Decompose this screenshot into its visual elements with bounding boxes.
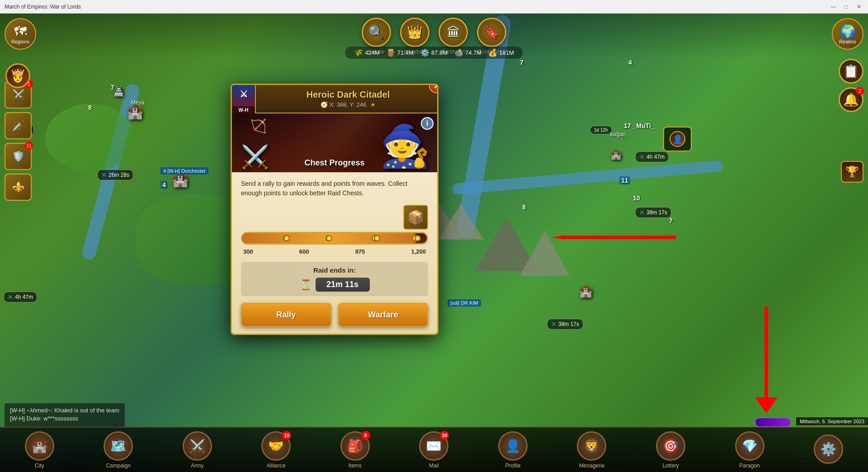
close-button[interactable]: ✕ xyxy=(854,2,863,11)
shield-icon: 🛡️ xyxy=(12,151,24,162)
castle-right-1[interactable]: 🏰 xyxy=(579,285,593,298)
minimize-button[interactable]: — xyxy=(829,2,838,11)
timer-38m17s: ✕ 38m 17s xyxy=(547,319,583,330)
regions-icon: 🗺 xyxy=(14,24,27,39)
alliance-icon: 🤝 10 xyxy=(261,431,291,461)
right-btn-2[interactable]: 🔔 2 xyxy=(839,87,863,112)
left-arrow-annotation xyxy=(439,235,676,240)
kagan-avatar: 👤 xyxy=(670,131,685,147)
chat-line-1: [W-H] ~λhmed~: Khaled is out of the team xyxy=(10,407,119,414)
modal-title-area: Heroic Dark Citadel 🧭 X: 368, Y: 246 ★ xyxy=(239,90,430,108)
window-controls[interactable]: — □ ✕ xyxy=(829,2,863,11)
army-icon: ⚔️ xyxy=(183,431,212,461)
profile-label: Profile xyxy=(505,463,520,469)
favorite-star[interactable]: ★ xyxy=(370,101,376,108)
map-label-drkm: [sdl] DR KIM xyxy=(448,299,481,307)
spear-icon: 🏹 xyxy=(250,118,267,134)
nav-city[interactable]: 🏰 City xyxy=(25,431,54,469)
rally-button[interactable]: Rally xyxy=(241,303,331,327)
nav-mail[interactable]: ✉️ 30 Mail xyxy=(419,431,448,469)
alliance-badge: 10 xyxy=(282,431,291,440)
stone-icon: 🪨 xyxy=(454,48,463,57)
items-label: Items xyxy=(349,463,362,469)
label-600: 600 xyxy=(299,248,309,255)
info-button[interactable]: i xyxy=(421,117,434,130)
modal-buttons: Rally Warfare xyxy=(241,303,428,327)
timer-display: 21m 11s xyxy=(316,278,370,292)
down-arrow-annotation xyxy=(755,307,778,413)
mail-badge: 30 xyxy=(440,431,449,440)
raid-ends-label: Raid ends in: xyxy=(245,266,424,274)
chest-icon: 📦 xyxy=(403,205,428,230)
label-1200: 1,200 xyxy=(411,248,426,255)
profile-icon: 👤 xyxy=(498,431,528,461)
nav-profile[interactable]: 👤 Profile xyxy=(498,431,528,469)
iron-icon: ⚙️ xyxy=(420,48,429,57)
lottery-icon: 🎯 xyxy=(656,431,685,461)
paragon-progress xyxy=(755,418,791,427)
chat-area: [W-H] ~λhmed~: Khaled is out of the team… xyxy=(5,403,125,427)
timer-4h47m: ✕ 4h 47m xyxy=(635,151,669,162)
date-display: Mittwoch, 6. September 2023 xyxy=(796,417,868,425)
nav-campaign[interactable]: 🗺️ Campaign xyxy=(104,431,133,469)
regions-button[interactable]: 🗺 Regions xyxy=(5,18,36,50)
citadel-modal[interactable]: ⚔ W-H Heroic Dark Citadel 🧭 X: 368, Y: 2… xyxy=(231,84,439,335)
warfare-button[interactable]: Warfare xyxy=(338,303,429,327)
label-975: 975 xyxy=(355,248,365,255)
castle-right-2[interactable]: 🏰 xyxy=(610,149,622,160)
timer-4h25m: ✕ 4h 47m xyxy=(4,292,37,302)
stone-value: 74.7M xyxy=(465,49,481,56)
left-btn-troops[interactable]: 🗡️ xyxy=(5,112,32,139)
modal-coords: 🧭 X: 368, Y: 246 ★ xyxy=(266,101,430,108)
campaign-label: Campaign xyxy=(106,463,131,469)
right-btn-1[interactable]: 📋 xyxy=(839,59,863,84)
kagan-bubble: 👤 xyxy=(663,127,692,151)
nav-menagerie[interactable]: 🦁 Menagerie xyxy=(577,431,606,469)
stone-resource: 🪨 74.7M xyxy=(454,48,481,57)
gold-resource: 💰 181M xyxy=(488,48,514,57)
nav-items[interactable]: 🎒 8 Items xyxy=(340,431,370,469)
nav-lottery[interactable]: 🎯 Lottery xyxy=(656,431,685,469)
nav-alliance[interactable]: 🤝 10 Alliance xyxy=(261,431,291,469)
gold-value: 181M xyxy=(499,49,514,56)
nav-settings[interactable]: ⚙️ xyxy=(814,434,843,466)
pantheon-icon: 🏛 xyxy=(439,18,468,47)
right-panel: 📋 🔔 2 🏆 xyxy=(839,59,863,183)
restore-button[interactable]: □ xyxy=(842,2,851,11)
regions-label: Regions xyxy=(11,39,29,44)
food-resource: 🌾 424M xyxy=(354,48,380,57)
flag-tag: W-H xyxy=(232,106,255,113)
map-label-meya: Meya xyxy=(131,99,144,106)
army-label: Army xyxy=(191,463,203,469)
wood-value: 71.4M xyxy=(397,49,414,56)
iron-resource: ⚙️ 87.8M xyxy=(420,48,448,57)
map-number-7-top: 7 xyxy=(520,59,524,66)
castle-small-1: 🏯 xyxy=(113,86,124,97)
chest-progress-label: Chest Progress xyxy=(304,158,364,168)
castle-meya[interactable]: 🏰 xyxy=(127,104,143,120)
resource-bar: 🌾 424M 🪵 71.4M ⚙️ 87.8M 🪨 74.7M 💰 181M xyxy=(345,47,523,59)
items-badge: 8 xyxy=(361,431,370,440)
map-number-7-right: 7 xyxy=(669,217,673,224)
player-avatar[interactable]: 👸 xyxy=(5,63,30,88)
nav-paragon[interactable]: 💎 Paragon xyxy=(735,431,764,469)
realms-label: Realms xyxy=(839,39,856,44)
left-btn-shield[interactable]: 🛡️ 11 xyxy=(5,143,32,170)
notif-badge: 2 xyxy=(856,87,864,95)
knight-image: 🧙 xyxy=(380,123,430,170)
right-event-box[interactable]: 🏆 xyxy=(841,161,863,183)
label-300: 300 xyxy=(243,248,253,255)
hourglass-icon: ⏳ xyxy=(300,279,312,291)
alliance-label: Alliance xyxy=(267,463,286,469)
mail-label: Mail xyxy=(429,463,439,469)
nav-army[interactable]: ⚔️ Army xyxy=(183,431,212,469)
map-number-17: 17 _MuTi_ xyxy=(624,122,654,129)
realms-button[interactable]: 🌍 Realms xyxy=(832,18,863,50)
iron-value: 87.8M xyxy=(431,49,448,56)
map-number-7: 7 xyxy=(111,84,114,91)
left-btn-power[interactable]: ⚜️ xyxy=(5,174,32,201)
kingdom-icon: 👑 xyxy=(400,18,429,47)
modal-close-button[interactable]: ✕ xyxy=(429,84,439,93)
mail-icon: ✉️ 30 xyxy=(419,431,448,461)
window-title: March of Empires: War of Lords xyxy=(5,4,81,10)
